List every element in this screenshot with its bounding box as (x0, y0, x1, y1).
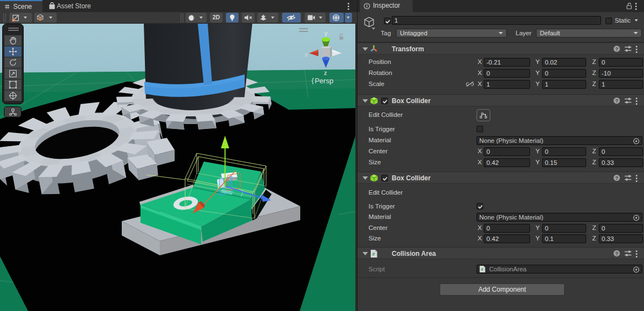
svg-text:y: y (324, 30, 328, 36)
svg-text:#: # (481, 267, 484, 272)
svg-text:?: ? (615, 175, 619, 181)
svg-text:?: ? (615, 251, 619, 256)
svg-text:?: ? (615, 46, 619, 52)
svg-text:#: # (372, 251, 375, 257)
svg-text:x: x (305, 51, 308, 58)
svg-text:?: ? (615, 98, 619, 104)
svg-text:z: z (324, 69, 327, 76)
